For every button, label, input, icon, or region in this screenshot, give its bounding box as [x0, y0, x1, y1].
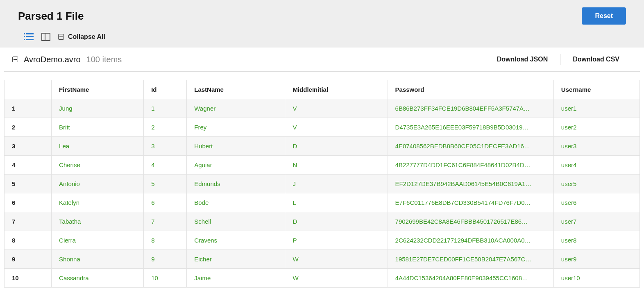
- cell-password: 4A44DC15364204A80FE80E9039455CC1608…: [388, 269, 553, 288]
- cell-firstname: Cassandra: [52, 269, 144, 288]
- cell-id: 9: [144, 250, 187, 269]
- cell-middleinitial: V: [285, 118, 388, 137]
- cell-username: user10: [553, 269, 639, 288]
- cell-password: 4E07408562BEDB8B60CE05C1DECFE3AD16…: [388, 137, 553, 156]
- cell-firstname: Tabatha: [52, 212, 144, 231]
- row-index: 3: [5, 137, 52, 156]
- svg-rect-6: [42, 33, 50, 41]
- cell-lastname: Hubert: [187, 137, 285, 156]
- header-top: Parsed 1 File Reset: [18, 7, 626, 25]
- cell-id: 2: [144, 118, 187, 137]
- cell-lastname: Schell: [187, 212, 285, 231]
- list-view-icon[interactable]: [24, 32, 34, 42]
- table-row: 8Cierra8CravensP2C624232CDD221771294DFBB…: [5, 231, 640, 250]
- table-row: 7Tabatha7SchellD7902699BE42C8A8E46FBBB45…: [5, 212, 640, 231]
- cell-username: user4: [553, 156, 639, 175]
- cell-firstname: Shonna: [52, 250, 144, 269]
- svg-rect-4: [24, 39, 25, 40]
- table-row: 6Katelyn6BodeLE7F6C011776E8DB7CD330B5417…: [5, 193, 640, 212]
- cell-middleinitial: W: [285, 250, 388, 269]
- col-header-password[interactable]: Password: [388, 80, 553, 99]
- svg-rect-5: [26, 39, 34, 40]
- row-index: 10: [5, 269, 52, 288]
- svg-rect-3: [26, 36, 34, 37]
- cell-firstname: Cierra: [52, 231, 144, 250]
- page-title: Parsed 1 File: [18, 10, 84, 23]
- row-index: 1: [5, 99, 52, 118]
- col-header-middleinitial[interactable]: MiddleInitial: [285, 80, 388, 99]
- cell-id: 4: [144, 156, 187, 175]
- cell-password: D4735E3A265E16EEE03F59718B9B5D03019…: [388, 118, 553, 137]
- cell-firstname: Jung: [52, 99, 144, 118]
- cell-id: 5: [144, 175, 187, 193]
- row-index: 8: [5, 231, 52, 250]
- cell-username: user6: [553, 193, 639, 212]
- table-row: 2Britt2FreyVD4735E3A265E16EEE03F59718B9B…: [5, 118, 640, 137]
- cell-middleinitial: J: [285, 175, 388, 193]
- table-row: 1Jung1WagnerV6B86B273FF34FCE19D6B804EFF5…: [5, 99, 640, 118]
- col-header-id[interactable]: Id: [144, 80, 187, 99]
- collapse-all-label: Collapse All: [68, 33, 105, 41]
- cell-id: 3: [144, 137, 187, 156]
- cell-firstname: Cherise: [52, 156, 144, 175]
- cell-firstname: Lea: [52, 137, 144, 156]
- col-header-firstname[interactable]: FirstName: [52, 80, 144, 99]
- table-row: 5Antonio5EdmundsJEF2D127DE37B942BAAD0614…: [5, 175, 640, 193]
- cell-lastname: Frey: [187, 118, 285, 137]
- svg-rect-0: [24, 33, 25, 34]
- table-row: 4Cherise4AguiarN4B227777D4DD1FC61C6F884F…: [5, 156, 640, 175]
- data-table: FirstName Id LastName MiddleInitial Pass…: [4, 80, 640, 288]
- svg-rect-2: [24, 36, 25, 37]
- file-bar: AvroDemo.avro 100 items Download JSON Do…: [4, 48, 640, 72]
- cell-middleinitial: N: [285, 156, 388, 175]
- cell-middleinitial: W: [285, 269, 388, 288]
- svg-rect-1: [26, 33, 34, 34]
- row-index: 7: [5, 212, 52, 231]
- split-view-icon[interactable]: [41, 32, 51, 42]
- collapse-icon: [58, 34, 64, 40]
- col-header-lastname[interactable]: LastName: [187, 80, 285, 99]
- col-header-username[interactable]: Username: [553, 80, 639, 99]
- cell-lastname: Cravens: [187, 231, 285, 250]
- header-controls: Collapse All: [18, 32, 626, 42]
- file-actions: Download JSON Download CSV: [485, 54, 632, 65]
- cell-username: user8: [553, 231, 639, 250]
- row-index: 4: [5, 156, 52, 175]
- cell-lastname: Wagner: [187, 99, 285, 118]
- table-wrap: FirstName Id LastName MiddleInitial Pass…: [0, 80, 644, 288]
- file-left: AvroDemo.avro 100 items: [12, 55, 122, 64]
- download-json-button[interactable]: Download JSON: [485, 54, 560, 65]
- cell-middleinitial: P: [285, 231, 388, 250]
- download-csv-button[interactable]: Download CSV: [560, 54, 632, 65]
- cell-username: user7: [553, 212, 639, 231]
- collapse-all-button[interactable]: Collapse All: [58, 33, 105, 41]
- cell-password: E7F6C011776E8DB7CD330B54174FD76F7D0…: [388, 193, 553, 212]
- file-name: AvroDemo.avro: [24, 55, 81, 64]
- row-index: 5: [5, 175, 52, 193]
- cell-middleinitial: D: [285, 137, 388, 156]
- cell-firstname: Katelyn: [52, 193, 144, 212]
- row-index: 9: [5, 250, 52, 269]
- header-bar: Parsed 1 File Reset Collapse All: [0, 0, 644, 48]
- cell-firstname: Antonio: [52, 175, 144, 193]
- cell-lastname: Bode: [187, 193, 285, 212]
- cell-id: 6: [144, 193, 187, 212]
- cell-id: 10: [144, 269, 187, 288]
- cell-lastname: Aguiar: [187, 156, 285, 175]
- col-header-index: [5, 80, 52, 99]
- cell-id: 1: [144, 99, 187, 118]
- cell-middleinitial: L: [285, 193, 388, 212]
- collapse-file-icon[interactable]: [12, 57, 18, 62]
- cell-password: 7902699BE42C8A8E46FBBB4501726517E86…: [388, 212, 553, 231]
- cell-lastname: Jaime: [187, 269, 285, 288]
- items-count: 100 items: [86, 55, 122, 64]
- table-row: 9Shonna9EicherW19581E27DE7CED00FF1CE50B2…: [5, 250, 640, 269]
- cell-password: 19581E27DE7CED00FF1CE50B2047E7A567C…: [388, 250, 553, 269]
- table-row: 10Cassandra10JaimeW4A44DC15364204A80FE80…: [5, 269, 640, 288]
- cell-username: user5: [553, 175, 639, 193]
- reset-button[interactable]: Reset: [582, 7, 626, 25]
- table-header-row: FirstName Id LastName MiddleInitial Pass…: [5, 80, 640, 99]
- cell-id: 7: [144, 212, 187, 231]
- cell-middleinitial: D: [285, 212, 388, 231]
- cell-username: user2: [553, 118, 639, 137]
